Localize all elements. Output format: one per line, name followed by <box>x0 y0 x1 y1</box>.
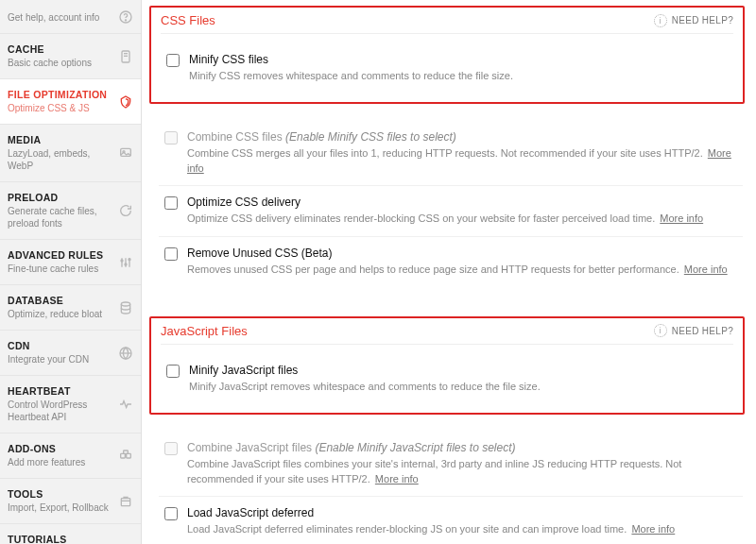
option-note: (Enable Minify CSS files to select) <box>285 130 456 144</box>
option-combine-css: Combine CSS files (Enable Minify CSS fil… <box>159 121 743 186</box>
js-section-rest: Combine JavaScript files (Enable Minify … <box>159 432 743 544</box>
svg-point-10 <box>121 260 123 262</box>
checkbox-optimize-css-delivery[interactable] <box>164 196 178 210</box>
sidebar-item-desc: Add more features <box>8 456 131 468</box>
sidebar-item-addons[interactable]: ADD-ONSAdd more features <box>0 434 141 479</box>
checkbox-minify-css[interactable] <box>166 54 180 67</box>
sidebar-item-desc: Basic cache options <box>8 57 131 69</box>
cdn-icon <box>118 346 133 361</box>
option-desc: Combine CSS merges all your files into 1… <box>187 146 737 176</box>
option-label: Load JavaScript deferred <box>187 506 737 519</box>
option-minify-js: Minify JavaScript filesMinify JavaScript… <box>161 354 733 403</box>
main-content: CSS FilesiNEED HELP?Minify CSS filesMini… <box>142 0 756 544</box>
svg-point-11 <box>125 264 127 265</box>
sidebar-item-heartbeat[interactable]: HEARTBEATControl WordPress Heartbeat API <box>0 376 141 434</box>
heartbeat-icon <box>118 397 133 412</box>
sidebar-item-desc: Control WordPress Heartbeat API <box>8 399 131 423</box>
more-info-link[interactable]: More info <box>631 523 675 535</box>
sidebar-item-desc: LazyLoad, embeds, WebP <box>8 147 131 172</box>
option-label: Remove Unused CSS (Beta) <box>187 246 737 260</box>
preload-icon <box>118 203 133 218</box>
css-section-header: CSS FilesiNEED HELP? <box>161 13 733 34</box>
tools-icon <box>118 494 133 509</box>
option-desc: Removes unused CSS per page and helps to… <box>187 263 737 277</box>
sidebar-item-desc: Integrate your CDN <box>8 353 131 366</box>
sidebar-item-title: TUTORIALS <box>8 534 131 544</box>
sidebar-item-tools[interactable]: TOOLSImport, Export, Rollback <box>0 479 141 524</box>
more-info-link[interactable]: More info <box>684 264 728 275</box>
js-section-header: JavaScript FilesiNEED HELP? <box>161 324 733 345</box>
svg-rect-17 <box>124 450 129 453</box>
sidebar-item-fileopt[interactable]: FILE OPTIMIZATIONOptimize CSS & JS <box>0 79 141 125</box>
svg-point-1 <box>125 19 126 20</box>
sidebar-item-cache[interactable]: CACHEBasic cache options <box>0 34 141 79</box>
option-optimize-css-delivery: Optimize CSS deliveryOptimize CSS delive… <box>159 186 743 236</box>
js-section-highlight: JavaScript FilesiNEED HELP?Minify JavaSc… <box>149 316 745 415</box>
option-desc: Minify CSS removes whitespace and commen… <box>189 69 728 83</box>
advrules-icon <box>118 255 133 270</box>
sidebar-item-desc: Optimize CSS & JS <box>8 102 131 114</box>
help-icon: i <box>654 14 667 27</box>
more-info-link[interactable]: More info <box>660 212 703 224</box>
checkbox-minify-js[interactable] <box>166 365 180 378</box>
sidebar-item-tutorials[interactable]: TUTORIALSGetting started and how to vide… <box>0 524 141 544</box>
option-note: (Enable Minify JavaScript files to selec… <box>315 441 515 454</box>
svg-rect-18 <box>121 498 129 505</box>
fileopt-icon <box>118 94 133 110</box>
css-section-rest: Combine CSS files (Enable Minify CSS fil… <box>159 121 743 286</box>
checkbox-remove-unused-css[interactable] <box>164 247 178 261</box>
sidebar-item-title: MEDIA <box>8 134 131 145</box>
sidebar-item-title: FILE OPTIMIZATION <box>8 89 131 100</box>
option-label: Minify CSS files <box>189 53 728 66</box>
sidebar-item-desc: Generate cache files, preload fonts <box>8 205 131 230</box>
sidebar-item-media[interactable]: MEDIALazyLoad, embeds, WebP <box>0 125 141 182</box>
sidebar: Get help, account infoCACHEBasic cache o… <box>0 0 142 544</box>
css-section-highlight: CSS FilesiNEED HELP?Minify CSS filesMini… <box>149 6 745 104</box>
svg-rect-16 <box>127 453 131 458</box>
sidebar-item-preload[interactable]: PRELOADGenerate cache files, preload fon… <box>0 182 141 240</box>
checkbox-combine-js <box>164 442 178 455</box>
sidebar-item-title: CACHE <box>8 43 131 55</box>
checkbox-defer-js[interactable] <box>164 507 178 520</box>
help-icon: i <box>654 324 667 337</box>
database-icon <box>118 300 133 315</box>
sidebar-item-title: TOOLS <box>8 488 131 500</box>
svg-rect-15 <box>121 453 126 458</box>
option-combine-js: Combine JavaScript files (Enable Minify … <box>159 432 743 497</box>
option-desc: Combine JavaScript files combines your s… <box>187 457 737 486</box>
svg-point-13 <box>121 302 129 306</box>
addons-icon <box>118 449 133 464</box>
cache-icon <box>118 49 133 64</box>
need-help-label: NEED HELP? <box>672 15 733 26</box>
sidebar-item-help[interactable]: Get help, account info <box>0 0 141 34</box>
sidebar-item-title: ADD-ONS <box>8 443 131 454</box>
option-label: Combine CSS files (Enable Minify CSS fil… <box>187 130 737 144</box>
option-desc: Optimize CSS delivery eliminates render-… <box>187 212 737 226</box>
need-help-label: NEED HELP? <box>672 326 733 336</box>
sidebar-item-desc: Fine-tune cache rules <box>8 263 131 275</box>
sidebar-item-cdn[interactable]: CDNIntegrate your CDN <box>0 331 141 376</box>
more-info-link[interactable]: More info <box>375 473 419 484</box>
option-label: Combine JavaScript files (Enable Minify … <box>187 441 737 454</box>
need-help-link[interactable]: iNEED HELP? <box>654 14 733 27</box>
css-section-title: CSS Files <box>161 13 215 27</box>
svg-point-12 <box>129 258 130 260</box>
sidebar-item-title: ADVANCED RULES <box>8 249 131 261</box>
sidebar-item-title: CDN <box>8 340 131 351</box>
option-desc: Minify JavaScript removes whitespace and… <box>189 380 728 394</box>
sidebar-item-database[interactable]: DATABASEOptimize, reduce bloat <box>0 285 141 331</box>
option-remove-unused-css: Remove Unused CSS (Beta)Removes unused C… <box>159 237 743 286</box>
media-icon <box>118 145 133 161</box>
sidebar-item-advrules[interactable]: ADVANCED RULESFine-tune cache rules <box>0 240 141 285</box>
sidebar-item-desc: Optimize, reduce bloat <box>8 308 131 320</box>
checkbox-combine-css <box>164 131 178 144</box>
sidebar-item-title: DATABASE <box>8 295 131 306</box>
option-minify-css: Minify CSS filesMinify CSS removes white… <box>161 43 733 93</box>
option-label: Optimize CSS delivery <box>187 196 737 209</box>
need-help-link[interactable]: iNEED HELP? <box>654 324 733 337</box>
sidebar-item-title: PRELOAD <box>8 192 131 203</box>
help-icon <box>118 9 133 25</box>
option-label: Minify JavaScript files <box>189 364 728 377</box>
sidebar-item-desc: Import, Export, Rollback <box>8 502 131 514</box>
option-defer-js: Load JavaScript deferredLoad JavaScript … <box>159 497 743 544</box>
